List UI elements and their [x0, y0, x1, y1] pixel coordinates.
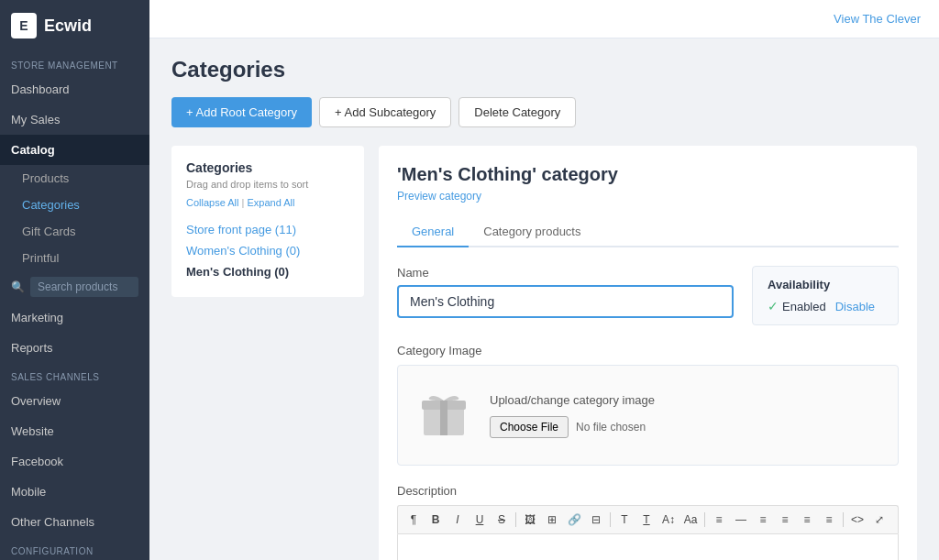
sidebar-item-facebook[interactable]: Facebook	[0, 446, 149, 477]
gift-icon	[416, 384, 471, 446]
app-logo: E Ecwid	[0, 0, 149, 51]
editor-btn-paragraph[interactable]: ¶	[403, 510, 424, 530]
category-item-store-front[interactable]: Store front page (11)	[186, 219, 349, 240]
toolbar: + Add Root Category + Add Subcategory De…	[171, 97, 917, 127]
name-column: Name	[397, 266, 734, 325]
editor-btn-bgcolor[interactable]: T	[636, 510, 657, 530]
search-icon: 🔍	[11, 280, 25, 293]
search-container: 🔍	[0, 271, 149, 302]
left-panel: Categories Drag and drop items to sort C…	[171, 146, 364, 297]
printful-label: Printful	[22, 251, 59, 265]
reports-label: Reports	[11, 341, 53, 355]
category-image-label: Category Image	[397, 344, 899, 357]
editor-btn-font-size[interactable]: A↕	[658, 510, 679, 530]
sidebar-item-overview[interactable]: Overview	[0, 386, 149, 416]
sidebar-item-marketing[interactable]: Marketing	[0, 302, 149, 333]
no-file-text: No file chosen	[576, 421, 646, 434]
delete-category-button[interactable]: Delete Category	[458, 97, 576, 127]
add-root-category-button[interactable]: + Add Root Category	[171, 97, 312, 127]
sales-channels-label: Sales channels	[0, 363, 149, 386]
description-section: Description ¶ B I U S 🖼 ⊞ 🔗 ⊟ T	[397, 484, 899, 560]
category-image-section: Category Image Upload	[397, 344, 899, 466]
category-item-mens[interactable]: Men's Clothing (0)	[186, 261, 349, 282]
topbar: View The Clever	[149, 0, 939, 38]
dashboard-label: Dashboard	[11, 82, 70, 96]
other-channels-label: Other Channels	[11, 515, 94, 529]
editor-btn-bold[interactable]: B	[425, 510, 446, 530]
marketing-label: Marketing	[11, 311, 63, 324]
logo-text: Ecwid	[44, 16, 92, 36]
editor-divider-2	[610, 512, 611, 527]
sidebar-item-printful[interactable]: Printful	[0, 245, 149, 271]
sidebar-item-products[interactable]: Products	[0, 165, 149, 192]
availability-row: ✓ Enabled Disable	[768, 299, 883, 313]
name-label: Name	[397, 266, 734, 280]
name-input[interactable]	[397, 285, 734, 318]
my-sales-label: My Sales	[11, 113, 60, 126]
svg-rect-2	[440, 401, 447, 435]
search-input[interactable]	[30, 277, 138, 297]
editor-btn-hr[interactable]: ⊟	[586, 510, 606, 530]
editor-btn-source[interactable]: <>	[847, 510, 867, 530]
editor-btn-link[interactable]: 🔗	[564, 510, 584, 530]
editor-btn-outdent[interactable]: ≡	[819, 510, 839, 530]
preview-category-link[interactable]: Preview category	[397, 190, 481, 203]
editor-area[interactable]	[397, 533, 899, 560]
editor-divider-4	[843, 512, 844, 527]
collapse-all-link[interactable]: Collapse All	[186, 197, 238, 208]
upload-right: Upload/change category image Choose File…	[490, 393, 879, 438]
sidebar-item-my-sales[interactable]: My Sales	[0, 104, 149, 135]
sidebar-item-catalog[interactable]: Catalog	[0, 135, 149, 165]
editor-divider-1	[515, 512, 516, 527]
editor-btn-strikethrough[interactable]: S	[492, 510, 512, 530]
editor-btn-list-ol[interactable]: ≡	[775, 510, 795, 530]
right-panel: 'Men's Clothing' category Preview catego…	[379, 146, 917, 560]
configuration-label: Configuration	[0, 537, 149, 560]
description-label: Description	[397, 484, 899, 498]
logo-icon: E	[11, 13, 37, 38]
editor-btn-align-center[interactable]: —	[731, 510, 751, 530]
check-icon: ✓	[768, 299, 779, 313]
topbar-link[interactable]: View The Clever	[834, 12, 921, 26]
availability-title: Availability	[768, 278, 883, 291]
editor-btn-color[interactable]: T	[614, 510, 635, 530]
sidebar-item-website[interactable]: Website	[0, 416, 149, 446]
editor-divider-3	[704, 512, 705, 527]
category-item-womens[interactable]: Women's Clothing (0)	[186, 240, 349, 261]
disable-link[interactable]: Disable	[835, 300, 875, 313]
editor-btn-underline[interactable]: U	[470, 510, 490, 530]
sidebar-item-gift-cards[interactable]: Gift Cards	[0, 218, 149, 245]
collapse-expand-links: Collapse All | Expand All	[186, 197, 349, 208]
editor-btn-align-left[interactable]: ≡	[709, 510, 729, 530]
tab-category-products[interactable]: Category products	[469, 217, 595, 247]
file-input-row: Choose File No file chosen	[490, 416, 879, 438]
overview-label: Overview	[11, 394, 61, 408]
editor-btn-font-name[interactable]: Aa	[680, 510, 701, 530]
editor-btn-list-ul[interactable]: ≡	[753, 510, 773, 530]
store-management-label: Store management	[0, 51, 149, 74]
content-area: Categories + Add Root Category + Add Sub…	[149, 38, 939, 560]
editor-btn-fullscreen[interactable]: ⤢	[869, 510, 889, 530]
editor-btn-italic[interactable]: I	[447, 510, 468, 530]
category-heading: 'Men's Clothing' category	[397, 164, 899, 185]
expand-all-link[interactable]: Expand All	[247, 197, 294, 208]
left-panel-subtitle: Drag and drop items to sort	[186, 179, 349, 190]
sidebar-item-other-channels[interactable]: Other Channels	[0, 507, 149, 537]
editor-btn-table[interactable]: ⊞	[542, 510, 562, 530]
tab-general[interactable]: General	[397, 217, 469, 247]
sidebar-item-reports[interactable]: Reports	[0, 333, 149, 363]
editor-btn-image[interactable]: 🖼	[520, 510, 540, 530]
choose-file-button[interactable]: Choose File	[490, 416, 569, 438]
editor-btn-indent[interactable]: ≡	[797, 510, 817, 530]
name-availability-row: Name Availability ✓ Enabled Disable	[397, 266, 899, 325]
sidebar: E Ecwid Store management Dashboard My Sa…	[0, 0, 149, 560]
upload-label: Upload/change category image	[490, 393, 879, 407]
main-content: View The Clever Categories + Add Root Ca…	[149, 0, 939, 560]
sidebar-item-categories[interactable]: Categories	[0, 192, 149, 218]
two-column-layout: Categories Drag and drop items to sort C…	[171, 146, 917, 560]
add-subcategory-button[interactable]: + Add Subcategory	[319, 97, 451, 127]
sidebar-item-mobile[interactable]: Mobile	[0, 477, 149, 507]
page-title: Categories	[171, 57, 917, 82]
sidebar-item-dashboard[interactable]: Dashboard	[0, 74, 149, 104]
facebook-label: Facebook	[11, 455, 63, 468]
